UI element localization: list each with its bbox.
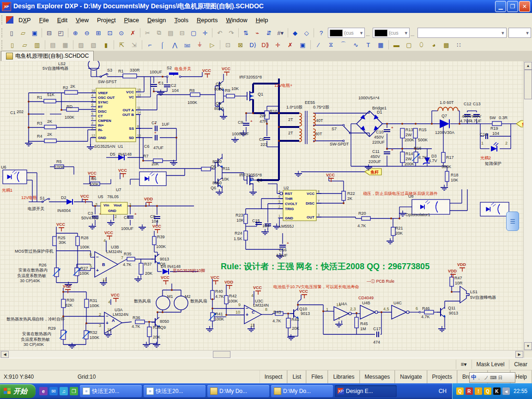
save-icon[interactable]: ▣ [29, 28, 40, 38]
ime-icon[interactable]: ノ [484, 375, 489, 381]
volume-icon[interactable]: ◄ [502, 387, 510, 395]
menu-file[interactable]: File [35, 15, 53, 25]
minimize-button[interactable]: ▁ [495, 1, 506, 12]
paste-icon[interactable]: ▤ [165, 28, 176, 38]
clear-button[interactable]: Clear [509, 360, 532, 369]
menu-window[interactable]: Window [222, 15, 251, 25]
offsheet-tool-icon[interactable]: D⟫ [260, 40, 271, 50]
panel-button-inspect[interactable]: Inspect [260, 370, 288, 383]
antivirus-icon[interactable]: K [493, 387, 501, 395]
task-designe[interactable]: XPDesign E... [335, 385, 397, 397]
task-20[interactable]: ≡快活王20... [144, 385, 206, 397]
bus-tool-icon[interactable]: ⌠ [157, 40, 168, 50]
directive-tool-icon[interactable]: ▣ [297, 40, 308, 50]
msg-icon[interactable]: R [466, 387, 473, 395]
net-label-tool-icon[interactable]: Net [181, 40, 193, 50]
arc-tool-icon[interactable]: ⌒ [338, 40, 349, 50]
part-tool-icon[interactable]: ▷ [206, 40, 218, 50]
sheet-symbol-tool-icon[interactable]: ⊡ [222, 40, 234, 50]
ime-icon[interactable]: 目 [498, 375, 503, 381]
panel-button-files[interactable]: Files [306, 370, 328, 383]
task-20[interactable]: ≡快活王20... [80, 385, 142, 397]
print-preview-icon[interactable]: ◰ [55, 28, 66, 38]
qq-icon[interactable]: Q [456, 387, 464, 395]
green-doc-icon[interactable]: ▮ [100, 40, 112, 50]
start-button[interactable]: 开始 [0, 384, 36, 398]
polyline-tool-icon[interactable]: ⋀ [169, 40, 181, 50]
help-icon[interactable]: ? [316, 28, 326, 38]
cross-probe-icon[interactable]: ✗ [127, 28, 138, 38]
bezier-tool-icon[interactable]: ∿ [350, 40, 362, 50]
down-hierarchy-icon[interactable]: ⇲ [128, 40, 140, 50]
polygon-tool-icon[interactable]: ⧖ [325, 40, 337, 50]
array-tool-icon[interactable]: ∷ [453, 40, 465, 50]
menu-tools[interactable]: Tools [170, 15, 193, 25]
scroll-up-arrow[interactable]: ▲ [524, 62, 532, 70]
compile-icon[interactable]: ▤ [47, 40, 59, 50]
ime-icon[interactable]: ⌨ [490, 375, 496, 380]
renumber-icon[interactable]: ⇵ [264, 28, 274, 38]
close-button[interactable]: ✕ [519, 1, 530, 12]
menu-edit[interactable]: Edit [53, 15, 72, 25]
redo-icon[interactable]: ↷ [226, 28, 236, 38]
toolbar-grip[interactable] [1, 40, 5, 49]
grid-icon[interactable]: #▾ [275, 28, 286, 38]
language-indicator[interactable]: CH [435, 388, 450, 394]
up-hierarchy-icon[interactable]: ⇱ [116, 40, 127, 50]
copy-sheet-icon[interactable]: ▨ [75, 40, 87, 50]
mask-level-button[interactable]: Mask Level [472, 360, 509, 369]
menu-place[interactable]: Place [120, 15, 144, 25]
graphic-tool-icon[interactable]: ▩ [441, 40, 452, 50]
wand-icon[interactable]: ⌁ [252, 28, 263, 38]
color-combo-1[interactable]: (cus▾ [328, 28, 365, 38]
undo-icon[interactable]: ↶ [214, 28, 225, 38]
color-combo-2[interactable]: (cus▾ [373, 28, 410, 38]
menu-help[interactable]: Help [252, 15, 272, 25]
panel-button-messages[interactable]: Messages [360, 370, 395, 383]
doc-icon[interactable]: ▧ [88, 40, 99, 50]
save-project-icon[interactable]: ▥ [31, 40, 43, 50]
more-button[interactable]: ... [411, 29, 417, 37]
no-erc-tool-icon[interactable]: ✗ [284, 40, 296, 50]
paste-array-icon[interactable]: ⊟ [177, 28, 187, 38]
new-sheet-icon[interactable]: ▯ [6, 40, 18, 50]
roundrect-tool-icon[interactable]: ▢ [403, 40, 415, 50]
panel-button-libraries[interactable]: Libraries [328, 370, 359, 383]
table-tool-icon[interactable]: ▦ [375, 40, 387, 50]
menu-dxp[interactable]: DXP [14, 15, 35, 25]
ellipse-tool-icon[interactable]: ⬯ [416, 40, 427, 50]
restore-button[interactable]: ❐ [507, 1, 518, 12]
open-project-icon[interactable]: ▱ [19, 40, 30, 50]
panel-button-navigate[interactable]: Navigate [395, 370, 427, 383]
toolbar-grip[interactable] [1, 28, 5, 37]
new-document-icon[interactable]: ▯ [6, 28, 17, 38]
task-dmydo[interactable]: D:\My Do... [271, 385, 333, 397]
panel-button-projects[interactable]: Projects [427, 370, 457, 383]
zoom-area-icon[interactable]: ⊞ [93, 28, 104, 38]
line-tool-icon[interactable]: ∕ [313, 40, 324, 50]
scroll-right-arrow[interactable]: ▶ [515, 351, 523, 358]
junction-tool-icon[interactable]: ✛ [272, 40, 284, 50]
rect-tool-icon[interactable]: ▬ [391, 40, 402, 50]
port-tool-icon[interactable]: D⟩ [247, 40, 259, 50]
scroll-left-arrow[interactable]: ◀ [1, 351, 9, 358]
shield-icon[interactable]: ! [475, 387, 482, 395]
toolbar-combo-4[interactable]: ▾ [508, 28, 531, 38]
copy-icon[interactable]: ⧉ [154, 28, 164, 38]
filter-icon[interactable]: ≡▾ [456, 360, 472, 369]
menu-view[interactable]: View [72, 15, 93, 25]
vertical-scrollbar[interactable]: ▲ ▼ [523, 61, 532, 351]
open-document-icon[interactable]: ▱ [18, 28, 28, 38]
launch-desktop-icon[interactable]: ❐ [70, 387, 78, 395]
text-tool-icon[interactable]: T [363, 40, 374, 50]
launch-ie-icon[interactable]: e [39, 387, 48, 395]
navigate-updown-icon[interactable]: ⇅ [241, 28, 251, 38]
title-bar[interactable]: XP Design Explorer DXP - D:\My Documents… [0, 0, 532, 13]
shield-off-icon[interactable]: ◇ [301, 28, 312, 38]
qq2-icon[interactable]: Q [484, 387, 491, 395]
launch-media-icon[interactable]: ♫ [60, 387, 68, 395]
panel-button-list[interactable]: List [287, 370, 306, 383]
menu-grip[interactable] [1, 15, 5, 24]
ime-language-bar[interactable]: 中 、ノ⌨目 [469, 372, 515, 383]
zoom-document-icon[interactable]: ⊡ [104, 28, 115, 38]
